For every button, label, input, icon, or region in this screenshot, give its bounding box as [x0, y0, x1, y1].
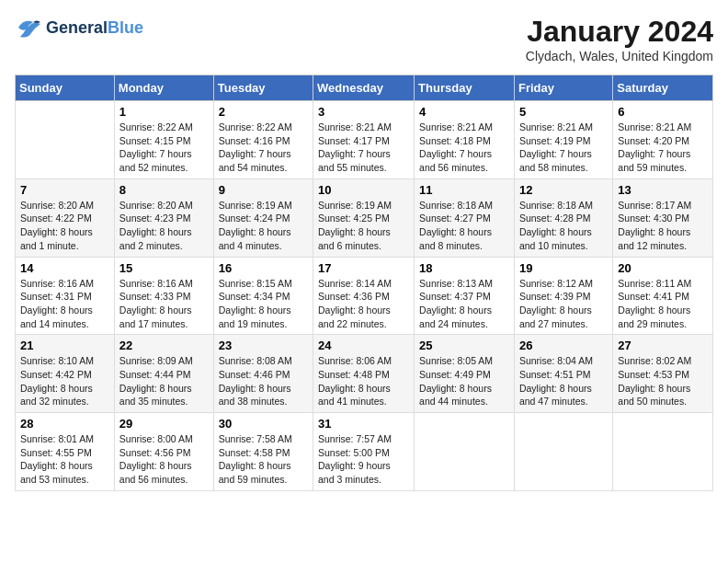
- day-number: 4: [419, 105, 509, 119]
- day-cell: 21Sunrise: 8:10 AM Sunset: 4:42 PM Dayli…: [16, 335, 115, 413]
- page-header: GeneralBlue January 2024 Clydach, Wales,…: [15, 15, 713, 63]
- day-cell: [613, 413, 713, 491]
- day-number: 21: [20, 339, 109, 352]
- day-number: 12: [519, 183, 608, 197]
- logo: GeneralBlue: [15, 15, 143, 40]
- day-cell: 13Sunrise: 8:17 AM Sunset: 4:30 PM Dayli…: [613, 178, 713, 257]
- day-cell: 16Sunrise: 8:15 AM Sunset: 4:34 PM Dayli…: [213, 257, 313, 335]
- day-number: 26: [519, 339, 608, 352]
- day-info: Sunrise: 8:01 AM Sunset: 4:55 PM Dayligh…: [20, 432, 109, 487]
- day-info: Sunrise: 8:08 AM Sunset: 4:46 PM Dayligh…: [219, 354, 308, 408]
- day-info: Sunrise: 8:11 AM Sunset: 4:41 PM Dayligh…: [618, 277, 708, 331]
- day-number: 15: [119, 261, 209, 275]
- day-info: Sunrise: 8:04 AM Sunset: 4:51 PM Dayligh…: [519, 354, 608, 408]
- day-cell: 4Sunrise: 8:21 AM Sunset: 4:18 PM Daylig…: [415, 101, 515, 179]
- day-cell: [415, 413, 515, 491]
- day-cell: 17Sunrise: 8:14 AM Sunset: 4:36 PM Dayli…: [313, 257, 415, 335]
- day-number: 17: [318, 261, 409, 275]
- day-cell: 15Sunrise: 8:16 AM Sunset: 4:33 PM Dayli…: [114, 257, 213, 335]
- day-cell: 24Sunrise: 8:06 AM Sunset: 4:48 PM Dayli…: [313, 335, 415, 413]
- day-info: Sunrise: 8:13 AM Sunset: 4:37 PM Dayligh…: [419, 277, 509, 331]
- day-number: 29: [119, 417, 209, 431]
- day-number: 3: [318, 105, 409, 119]
- week-row-1: 1Sunrise: 8:22 AM Sunset: 4:15 PM Daylig…: [16, 101, 713, 179]
- month-title: January 2024: [526, 15, 713, 49]
- day-cell: 18Sunrise: 8:13 AM Sunset: 4:37 PM Dayli…: [415, 257, 515, 335]
- day-cell: 20Sunrise: 8:11 AM Sunset: 4:41 PM Dayli…: [613, 257, 713, 335]
- day-cell: 14Sunrise: 8:16 AM Sunset: 4:31 PM Dayli…: [16, 257, 115, 335]
- day-cell: 22Sunrise: 8:09 AM Sunset: 4:44 PM Dayli…: [114, 335, 213, 413]
- day-number: 28: [20, 417, 109, 431]
- day-info: Sunrise: 8:21 AM Sunset: 4:18 PM Dayligh…: [419, 121, 509, 175]
- day-info: Sunrise: 8:17 AM Sunset: 4:30 PM Dayligh…: [618, 199, 708, 253]
- day-info: Sunrise: 8:05 AM Sunset: 4:49 PM Dayligh…: [419, 354, 509, 408]
- day-number: 31: [318, 417, 409, 431]
- day-info: Sunrise: 8:18 AM Sunset: 4:27 PM Dayligh…: [419, 199, 509, 253]
- calendar-table: SundayMondayTuesdayWednesdayThursdayFrid…: [15, 75, 713, 491]
- day-info: Sunrise: 8:16 AM Sunset: 4:33 PM Dayligh…: [119, 277, 209, 331]
- day-number: 18: [419, 261, 509, 275]
- day-info: Sunrise: 8:22 AM Sunset: 4:15 PM Dayligh…: [119, 121, 209, 175]
- day-cell: 25Sunrise: 8:05 AM Sunset: 4:49 PM Dayli…: [415, 335, 515, 413]
- day-info: Sunrise: 8:21 AM Sunset: 4:17 PM Dayligh…: [318, 121, 409, 175]
- day-info: Sunrise: 8:21 AM Sunset: 4:20 PM Dayligh…: [618, 121, 708, 175]
- day-info: Sunrise: 8:22 AM Sunset: 4:16 PM Dayligh…: [219, 121, 308, 175]
- day-cell: [16, 101, 115, 179]
- week-row-5: 28Sunrise: 8:01 AM Sunset: 4:55 PM Dayli…: [16, 413, 713, 491]
- day-info: Sunrise: 8:00 AM Sunset: 4:56 PM Dayligh…: [119, 432, 209, 487]
- location: Clydach, Wales, United Kingdom: [526, 49, 713, 63]
- day-info: Sunrise: 8:09 AM Sunset: 4:44 PM Dayligh…: [119, 354, 209, 408]
- day-info: Sunrise: 8:12 AM Sunset: 4:39 PM Dayligh…: [519, 277, 608, 331]
- logo-text: GeneralBlue: [46, 18, 143, 38]
- day-info: Sunrise: 8:18 AM Sunset: 4:28 PM Dayligh…: [519, 199, 608, 253]
- day-number: 2: [219, 105, 308, 119]
- day-cell: 10Sunrise: 8:19 AM Sunset: 4:25 PM Dayli…: [313, 178, 415, 257]
- day-cell: 6Sunrise: 8:21 AM Sunset: 4:20 PM Daylig…: [613, 101, 713, 179]
- day-number: 19: [519, 261, 608, 275]
- day-number: 20: [618, 261, 708, 275]
- calendar-header-row: SundayMondayTuesdayWednesdayThursdayFrid…: [16, 75, 713, 101]
- day-number: 23: [219, 339, 308, 352]
- day-number: 24: [318, 339, 409, 352]
- day-number: 30: [219, 417, 308, 431]
- day-number: 13: [618, 183, 708, 197]
- day-number: 14: [20, 261, 109, 275]
- day-cell: 5Sunrise: 8:21 AM Sunset: 4:19 PM Daylig…: [514, 101, 612, 179]
- day-number: 25: [419, 339, 509, 352]
- day-cell: 26Sunrise: 8:04 AM Sunset: 4:51 PM Dayli…: [514, 335, 612, 413]
- col-header-monday: Monday: [114, 75, 213, 101]
- week-row-3: 14Sunrise: 8:16 AM Sunset: 4:31 PM Dayli…: [16, 257, 713, 335]
- day-info: Sunrise: 7:57 AM Sunset: 5:00 PM Dayligh…: [318, 432, 409, 487]
- day-cell: 9Sunrise: 8:19 AM Sunset: 4:24 PM Daylig…: [213, 178, 313, 257]
- day-info: Sunrise: 8:16 AM Sunset: 4:31 PM Dayligh…: [20, 277, 109, 331]
- day-cell: 23Sunrise: 8:08 AM Sunset: 4:46 PM Dayli…: [213, 335, 313, 413]
- day-cell: 27Sunrise: 8:02 AM Sunset: 4:53 PM Dayli…: [613, 335, 713, 413]
- day-info: Sunrise: 8:15 AM Sunset: 4:34 PM Dayligh…: [219, 277, 308, 331]
- day-number: 27: [618, 339, 708, 352]
- day-info: Sunrise: 8:19 AM Sunset: 4:24 PM Dayligh…: [219, 199, 308, 253]
- col-header-friday: Friday: [514, 75, 612, 101]
- day-number: 10: [318, 183, 409, 197]
- day-info: Sunrise: 8:10 AM Sunset: 4:42 PM Dayligh…: [20, 354, 109, 408]
- day-cell: 11Sunrise: 8:18 AM Sunset: 4:27 PM Dayli…: [415, 178, 515, 257]
- day-number: 7: [20, 183, 109, 197]
- day-cell: 19Sunrise: 8:12 AM Sunset: 4:39 PM Dayli…: [514, 257, 612, 335]
- day-info: Sunrise: 7:58 AM Sunset: 4:58 PM Dayligh…: [219, 432, 308, 487]
- col-header-tuesday: Tuesday: [213, 75, 313, 101]
- day-info: Sunrise: 8:20 AM Sunset: 4:22 PM Dayligh…: [20, 199, 109, 253]
- day-number: 6: [618, 105, 708, 119]
- day-number: 22: [119, 339, 209, 352]
- day-cell: 7Sunrise: 8:20 AM Sunset: 4:22 PM Daylig…: [16, 178, 115, 257]
- day-info: Sunrise: 8:06 AM Sunset: 4:48 PM Dayligh…: [318, 354, 409, 408]
- week-row-2: 7Sunrise: 8:20 AM Sunset: 4:22 PM Daylig…: [16, 178, 713, 257]
- col-header-sunday: Sunday: [16, 75, 115, 101]
- day-cell: 31Sunrise: 7:57 AM Sunset: 5:00 PM Dayli…: [313, 413, 415, 491]
- day-number: 16: [219, 261, 308, 275]
- day-cell: 8Sunrise: 8:20 AM Sunset: 4:23 PM Daylig…: [114, 178, 213, 257]
- day-info: Sunrise: 8:21 AM Sunset: 4:19 PM Dayligh…: [519, 121, 608, 175]
- col-header-thursday: Thursday: [415, 75, 515, 101]
- day-info: Sunrise: 8:14 AM Sunset: 4:36 PM Dayligh…: [318, 277, 409, 331]
- day-number: 1: [119, 105, 209, 119]
- day-cell: 3Sunrise: 8:21 AM Sunset: 4:17 PM Daylig…: [313, 101, 415, 179]
- day-cell: 2Sunrise: 8:22 AM Sunset: 4:16 PM Daylig…: [213, 101, 313, 179]
